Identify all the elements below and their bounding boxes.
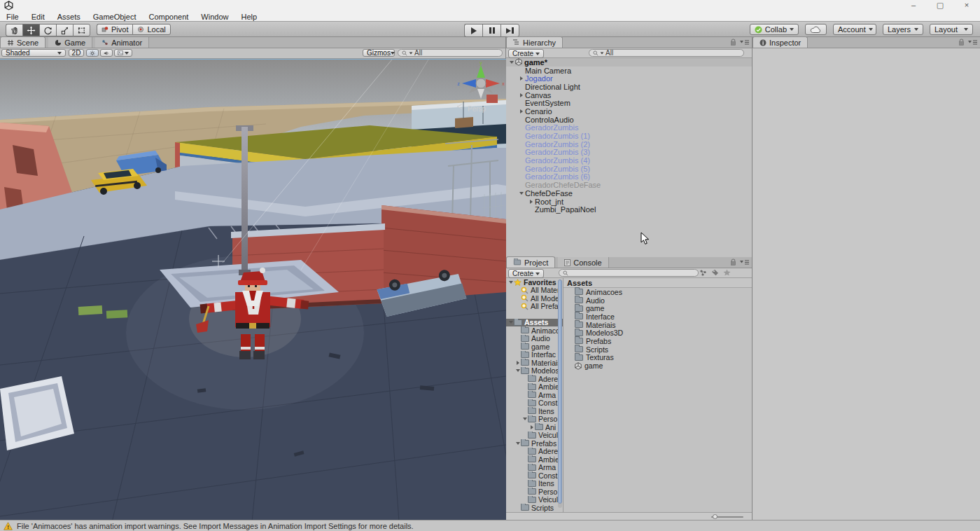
project-tree-item[interactable]: All Mode	[506, 294, 563, 303]
pivot-toggle-button[interactable]: Pivot	[97, 24, 132, 35]
project-tree-item[interactable]: Adere	[506, 375, 563, 383]
local-toggle-button[interactable]: Local	[132, 24, 170, 35]
expand-arrow-icon[interactable]	[507, 321, 514, 324]
project-tree-item[interactable]: Interfac	[506, 351, 563, 359]
project-tree-item[interactable]: game	[506, 343, 563, 351]
status-bar[interactable]: ! File 'Animacoes' has animation import …	[0, 520, 980, 531]
project-tree-item[interactable]: Prefabs	[506, 439, 563, 448]
menu-help[interactable]: Help	[234, 13, 263, 21]
project-search-field[interactable]	[559, 269, 699, 277]
hand-tool-button[interactable]	[6, 24, 22, 36]
audio-toggle-button[interactable]	[100, 49, 113, 57]
expand-arrow-icon[interactable]	[522, 418, 528, 420]
hierarchy-item[interactable]: EventSystem	[506, 99, 752, 107]
panel-menu-icon[interactable]	[968, 39, 977, 46]
project-tree-item[interactable]: Perso	[506, 415, 563, 424]
account-dropdown[interactable]: Account	[833, 24, 876, 35]
project-file-item[interactable]: Scripts	[564, 345, 752, 354]
saved-search-star-icon[interactable]	[723, 269, 731, 276]
tab-hierarchy[interactable]: Hierarchy	[506, 36, 563, 48]
collab-dropdown[interactable]: Collab	[750, 24, 799, 35]
hierarchy-item[interactable]: GeradorZumbis (3)	[506, 149, 752, 157]
project-tree-item[interactable]: Favorites	[506, 278, 563, 287]
tab-animator[interactable]: Animator	[95, 37, 149, 48]
hierarchy-item[interactable]: Directional Light	[506, 83, 752, 91]
menu-component[interactable]: Component	[142, 13, 195, 21]
tree-scrollbar[interactable]	[558, 280, 562, 508]
hierarchy-item[interactable]: GeradorZumbis (1)	[506, 132, 752, 140]
project-tree-item[interactable]: Ambie	[506, 383, 563, 392]
project-tree-item[interactable]: Audio	[506, 335, 563, 343]
collapse-arrow-icon[interactable]	[518, 93, 525, 97]
project-tree-item[interactable]: Ani	[506, 423, 563, 432]
2d-toggle-button[interactable]: 2D	[69, 49, 84, 57]
project-tree-item[interactable]: Arma	[506, 464, 563, 472]
project-file-item[interactable]: Audio	[564, 296, 752, 305]
minimize-button[interactable]: –	[900, 0, 927, 12]
expand-arrow-icon[interactable]	[508, 61, 515, 64]
project-tree-item[interactable]: Itens	[506, 480, 563, 488]
maximize-button[interactable]: ▢	[927, 0, 953, 12]
expand-arrow-icon[interactable]	[507, 281, 514, 284]
play-button[interactable]	[464, 24, 482, 37]
project-file-item[interactable]: Prefabs	[564, 337, 752, 345]
hierarchy-item[interactable]: GeradorZumbis (2)	[506, 140, 752, 149]
hierarchy-item[interactable]: ChefeDeFase	[506, 189, 752, 198]
hierarchy-item[interactable]: Main Camera	[506, 67, 752, 75]
hierarchy-item[interactable]: GeradorZumbis	[506, 124, 752, 132]
hierarchy-item[interactable]: Cenario	[506, 107, 752, 116]
menu-file[interactable]: File	[0, 13, 25, 21]
project-file-item[interactable]: Animacoes	[564, 288, 752, 296]
project-file-item[interactable]: game	[564, 304, 752, 312]
search-by-type-icon[interactable]	[699, 269, 707, 276]
scene-viewport[interactable]: y x z Persp	[0, 59, 506, 521]
cloud-button[interactable]	[805, 24, 827, 35]
hierarchy-item[interactable]: GeradorZumbis (6)	[506, 173, 752, 181]
hierarchy-search-field[interactable]: All	[589, 49, 744, 57]
layers-dropdown[interactable]: Layers	[883, 24, 923, 35]
pause-button[interactable]	[482, 24, 500, 37]
project-tree-item[interactable]: Arma	[506, 391, 563, 399]
expand-arrow-icon[interactable]	[518, 192, 525, 195]
hierarchy-item[interactable]: GeradorZumbis (4)	[506, 156, 752, 165]
collapse-arrow-icon[interactable]	[528, 425, 535, 429]
lock-icon[interactable]	[730, 39, 736, 46]
shading-mode-dropdown[interactable]: Shaded	[1, 49, 66, 57]
project-tree-item[interactable]: Materiais	[506, 359, 563, 367]
project-tree-item[interactable]: Perso	[506, 488, 563, 496]
search-by-label-icon[interactable]	[711, 269, 719, 276]
rect-tool-button[interactable]	[73, 24, 90, 36]
hierarchy-item[interactable]: GeradorChefeDeFase	[506, 181, 752, 189]
project-file-item[interactable]: Interface	[564, 312, 752, 321]
hierarchy-item[interactable]: Canvas	[506, 91, 752, 99]
project-tree-item[interactable]: All Prefa	[506, 303, 563, 311]
menu-assets[interactable]: Assets	[51, 13, 87, 21]
scene-search-field[interactable]: All	[398, 49, 503, 57]
project-tree-item[interactable]: Scripts	[506, 504, 563, 512]
project-tree-item[interactable]: Const	[506, 471, 563, 480]
tab-console[interactable]: Console	[558, 257, 608, 268]
project-tree-item[interactable]: Itens	[506, 407, 563, 415]
project-create-button[interactable]: Create	[508, 269, 544, 278]
step-button[interactable]	[500, 24, 519, 37]
tree-scrollbar-thumb[interactable]	[558, 280, 562, 504]
expand-arrow-icon[interactable]	[514, 369, 521, 372]
hierarchy-item[interactable]: Root_jnt	[506, 198, 752, 206]
tab-inspector[interactable]: Inspector	[752, 36, 808, 48]
rotate-tool-button[interactable]	[39, 24, 56, 36]
lock-icon[interactable]	[958, 39, 965, 46]
hierarchy-item[interactable]: Jogador	[506, 74, 752, 83]
panel-menu-icon[interactable]	[740, 259, 749, 266]
gizmos-dropdown[interactable]: Gizmos	[363, 49, 395, 57]
collapse-arrow-icon[interactable]	[518, 76, 525, 81]
hierarchy-item[interactable]: GeradorZumbis (5)	[506, 165, 752, 173]
project-tree-item[interactable]: Veicul	[506, 496, 563, 504]
project-file-item[interactable]: Modelos3D	[564, 329, 752, 337]
menu-window[interactable]: Window	[195, 13, 234, 21]
zoom-slider-knob[interactable]	[713, 514, 718, 519]
hierarchy-create-button[interactable]: Create	[508, 49, 544, 58]
tab-game[interactable]: Game	[48, 37, 92, 48]
menu-gameobject[interactable]: GameObject	[87, 13, 143, 21]
panel-menu-icon[interactable]	[740, 39, 749, 46]
project-tree-item[interactable]: All Mater	[506, 287, 563, 295]
